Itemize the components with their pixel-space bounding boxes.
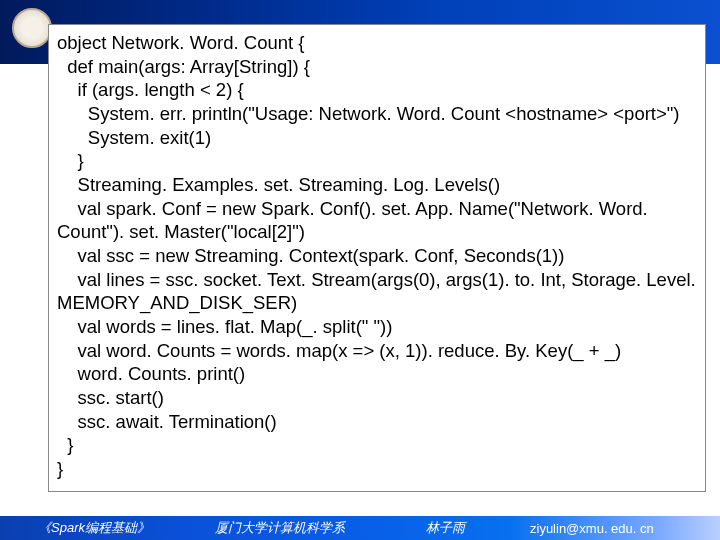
footer-email: ziyulin@xmu. edu. cn [510,516,720,540]
code-line: } [57,149,697,173]
code-line: def main(args: Array[String]) { [57,55,697,79]
footer-author: 林子雨 [380,516,510,540]
code-line: val spark. Conf = new Spark. Conf(). set… [57,197,697,244]
university-logo [12,8,52,48]
code-line: object Network. Word. Count { [57,31,697,55]
code-line: val lines = ssc. socket. Text. Stream(ar… [57,268,697,315]
code-block: object Network. Word. Count { def main(a… [48,24,706,492]
code-line: if (args. length < 2) { [57,78,697,102]
code-line: ssc. await. Termination() [57,410,697,434]
code-line: val word. Counts = words. map(x => (x, 1… [57,339,697,363]
footer-book-title: 《Spark编程基础》 [0,516,180,540]
slide-footer: 《Spark编程基础》 厦门大学计算机科学系 林子雨 ziyulin@xmu. … [0,516,720,540]
code-line: ssc. start() [57,386,697,410]
code-line: } [57,457,697,481]
footer-department: 厦门大学计算机科学系 [180,516,380,540]
code-line: val ssc = new Streaming. Context(spark. … [57,244,697,268]
code-line: word. Counts. print() [57,362,697,386]
code-line: System. exit(1) [57,126,697,150]
code-line: Streaming. Examples. set. Streaming. Log… [57,173,697,197]
code-line: val words = lines. flat. Map(_. split(" … [57,315,697,339]
code-line: System. err. println("Usage: Network. Wo… [57,102,697,126]
code-line: } [57,433,697,457]
